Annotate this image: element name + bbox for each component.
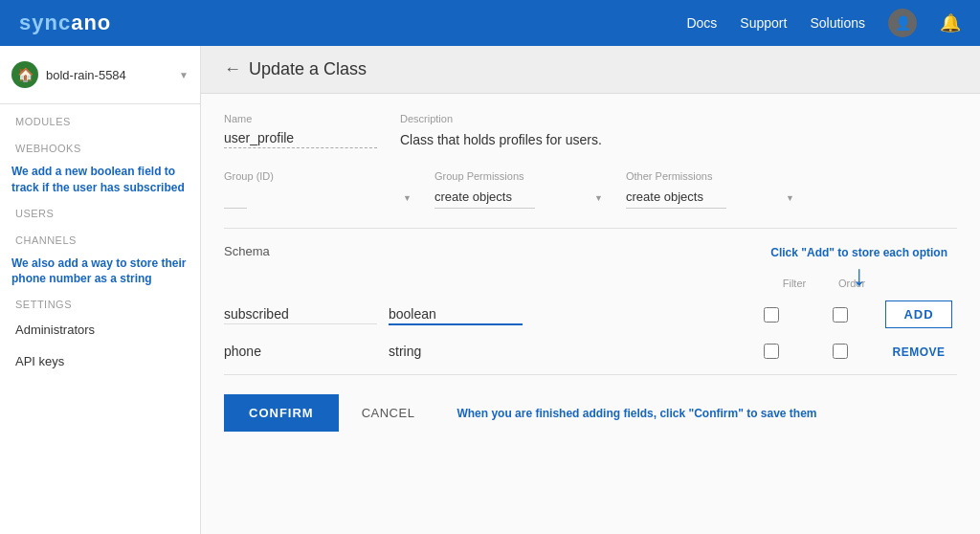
- class-name-field: Name: [224, 113, 377, 151]
- project-name: bold-rain-5584: [46, 68, 171, 82]
- add-annotation-text: Click "Add" to store each option: [770, 246, 947, 259]
- remove-button[interactable]: REMOVE: [892, 345, 945, 359]
- subscribed-order-checkbox: [812, 307, 869, 323]
- notification-bell-icon[interactable]: 🔔: [940, 12, 961, 33]
- phone-filter-checkbox: [743, 344, 800, 359]
- group-select[interactable]: [224, 186, 247, 209]
- group-permissions-row: Group (ID) Group Permissions create obje…: [224, 170, 957, 209]
- group-label: Group (ID): [224, 170, 415, 182]
- class-desc-field: Description Class that holds profiles fo…: [400, 113, 783, 151]
- confirm-button[interactable]: CONFIRM: [224, 394, 339, 432]
- phone-filter-check[interactable]: [764, 344, 779, 359]
- group-field: Group (ID): [224, 170, 415, 209]
- user-avatar[interactable]: 👤: [888, 9, 917, 37]
- phone-order-checkbox: [812, 344, 869, 359]
- project-icon: 🏠: [11, 61, 38, 88]
- class-desc-label: Description: [400, 113, 783, 124]
- project-dropdown-icon: ▼: [179, 70, 189, 80]
- add-annotation-arrow: ↓: [770, 261, 947, 290]
- subscribed-name-input[interactable]: [224, 304, 377, 324]
- subscribed-order-check[interactable]: [833, 307, 848, 323]
- phone-remove-action: REMOVE: [880, 345, 957, 359]
- phone-name-field: phone: [224, 342, 377, 361]
- class-desc-value: Class that holds profiles for users.: [400, 128, 783, 151]
- subscribed-filter-check[interactable]: [764, 307, 779, 323]
- other-permissions-select[interactable]: create objects: [626, 186, 726, 209]
- sidebar-annotation-1: We add a new boolean field to track if t…: [0, 158, 200, 196]
- add-button[interactable]: ADD: [885, 300, 951, 328]
- group-permissions-label: Group Permissions: [434, 170, 607, 182]
- main-content: ← Update a Class Name Description Class …: [201, 46, 980, 534]
- subscribed-name-field: [224, 304, 377, 324]
- class-name-input[interactable]: [224, 128, 377, 148]
- schema-row-phone: phone string REMOVE: [224, 342, 957, 361]
- subscribed-filter-checkbox: [743, 307, 800, 323]
- phone-order-check[interactable]: [833, 344, 848, 359]
- sidebar-item-administrators[interactable]: Administrators: [0, 314, 200, 345]
- sidebar-annotation-2: We also add a way to store their phone n…: [0, 250, 200, 288]
- subscribed-type-field: boolean string integer float datetime: [389, 304, 523, 325]
- cancel-button[interactable]: CANCEL: [362, 406, 415, 420]
- sidebar-section-users: Users: [0, 196, 200, 223]
- footer-container: CONFIRM CANCEL When you are finished add…: [224, 394, 957, 432]
- confirm-annotation-text: When you are finished adding fields, cli…: [457, 407, 816, 420]
- phone-name-value: phone: [224, 342, 377, 361]
- add-annotation: Click "Add" to store each option ↓: [770, 245, 947, 290]
- sidebar: 🏠 bold-rain-5584 ▼ Modules Webhooks We a…: [0, 46, 201, 534]
- app-logo: syncano: [19, 11, 111, 35]
- other-permissions-label: Other Permissions: [626, 170, 798, 182]
- phone-type-value: string: [389, 342, 523, 361]
- sidebar-section-modules: Modules: [0, 104, 200, 131]
- schema-row-subscribed: boolean string integer float datetime: [224, 300, 957, 328]
- nav-support[interactable]: Support: [740, 15, 787, 31]
- nav-docs[interactable]: Docs: [686, 15, 717, 31]
- schema-annotation-container: Click "Add" to store each option ↓ Filte…: [224, 274, 957, 361]
- page-title: Update a Class: [249, 59, 367, 79]
- nav-solutions[interactable]: Solutions: [810, 15, 865, 31]
- page-header: ← Update a Class: [201, 46, 980, 94]
- sidebar-section-webhooks: Webhooks: [0, 131, 200, 158]
- sidebar-section-settings: Settings: [0, 287, 200, 314]
- header-nav: Docs Support Solutions 👤 🔔: [686, 9, 961, 37]
- group-permissions-select[interactable]: create objects: [434, 186, 535, 209]
- sidebar-project[interactable]: 🏠 bold-rain-5584 ▼: [0, 46, 200, 104]
- form-footer: CONFIRM CANCEL When you are finished add…: [224, 394, 957, 432]
- subscribed-type-select[interactable]: boolean string integer float datetime: [389, 304, 523, 325]
- app-header: syncano Docs Support Solutions 👤 🔔: [0, 0, 980, 46]
- group-permissions-field: Group Permissions create objects: [434, 170, 607, 209]
- sidebar-section-channels: Channels: [0, 223, 200, 250]
- footer-divider: [224, 374, 957, 375]
- subscribed-add-action: ADD: [880, 300, 957, 328]
- name-desc-row: Name Description Class that holds profil…: [224, 113, 957, 151]
- divider: [224, 228, 957, 229]
- form-area: Name Description Class that holds profil…: [201, 94, 980, 451]
- sidebar-item-apikeys[interactable]: API keys: [0, 345, 200, 377]
- back-button[interactable]: ←: [224, 59, 241, 79]
- class-name-label: Name: [224, 113, 377, 124]
- other-permissions-field: Other Permissions create objects: [626, 170, 798, 209]
